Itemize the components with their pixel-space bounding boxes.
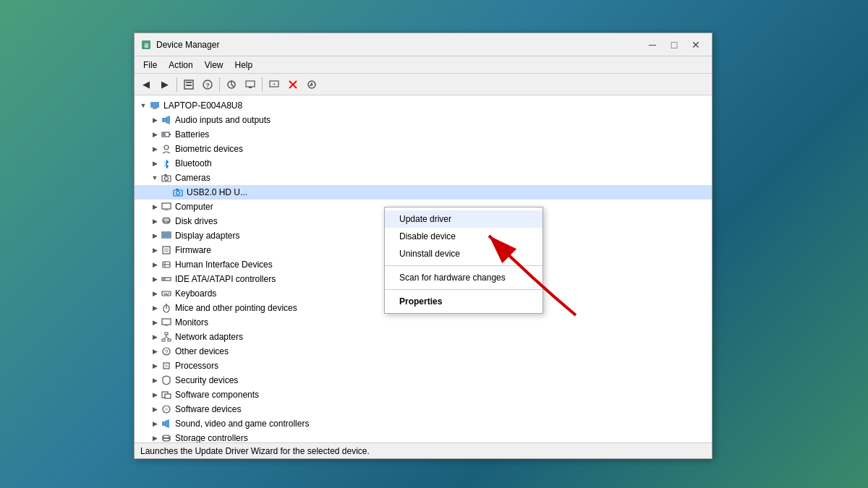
svg-point-68 bbox=[165, 408, 168, 411]
window-title: Device Manager bbox=[156, 40, 642, 50]
svg-text:?: ? bbox=[164, 348, 168, 356]
remove-button[interactable] bbox=[284, 76, 302, 93]
help-button[interactable]: ? bbox=[199, 76, 216, 93]
update-button[interactable] bbox=[303, 76, 320, 93]
expand-arrow-mice: ▶ bbox=[149, 302, 161, 314]
svg-marker-70 bbox=[165, 419, 169, 428]
sound-icon bbox=[161, 418, 172, 429]
expand-arrow-batteries: ▶ bbox=[149, 129, 161, 140]
expand-arrow-sw-components: ▶ bbox=[149, 389, 161, 401]
tree-item-monitors[interactable]: ▶ Monitors bbox=[135, 315, 712, 330]
tree-item-sw-devices[interactable]: ▶ Software devices bbox=[135, 402, 712, 416]
monitors-icon bbox=[161, 317, 172, 328]
toolbar-separator-1 bbox=[176, 77, 177, 92]
minimize-button[interactable]: ─ bbox=[642, 35, 663, 55]
usb-camera-label: USB2.0 HD U... bbox=[187, 187, 247, 197]
svg-rect-22 bbox=[163, 133, 166, 136]
expand-arrow-firmware: ▶ bbox=[149, 244, 161, 256]
expand-arrow-other: ▶ bbox=[149, 346, 161, 357]
expand-arrow-cameras: ▼ bbox=[149, 172, 161, 184]
hid-label: Human Interface Devices bbox=[175, 260, 273, 270]
svg-rect-45 bbox=[163, 293, 165, 294]
svg-rect-56 bbox=[162, 339, 165, 341]
svg-rect-16 bbox=[150, 102, 159, 108]
tree-item-cameras[interactable]: ▼ Cameras bbox=[135, 171, 712, 185]
ide-icon bbox=[161, 273, 172, 285]
close-button[interactable]: ✕ bbox=[686, 35, 706, 55]
tree-item-batteries[interactable]: ▶ Batteries bbox=[135, 127, 712, 142]
properties-button[interactable] bbox=[180, 76, 197, 93]
firmware-label: Firmware bbox=[175, 245, 211, 255]
menu-file[interactable]: File bbox=[137, 59, 163, 72]
svg-point-51 bbox=[166, 304, 167, 305]
storage-icon bbox=[161, 432, 172, 442]
expand-arrow-bluetooth: ▶ bbox=[149, 158, 161, 169]
status-text: Launches the Update Driver Wizard for th… bbox=[140, 446, 370, 456]
tree-item-root[interactable]: ▼ LAPTOP-E004A8U8 bbox=[135, 98, 712, 113]
batteries-label: Batteries bbox=[175, 129, 209, 140]
back-button[interactable]: ◀ bbox=[137, 76, 155, 93]
expand-arrow-sound: ▶ bbox=[149, 418, 161, 429]
context-menu-scan[interactable]: Scan for hardware changes bbox=[385, 269, 542, 286]
bluetooth-label: Bluetooth bbox=[175, 158, 212, 168]
root-label: LAPTOP-E004A8U8 bbox=[163, 100, 242, 111]
scan-button[interactable] bbox=[223, 76, 240, 93]
svg-point-25 bbox=[165, 177, 169, 181]
tree-item-bluetooth[interactable]: ▶ Bluetooth bbox=[135, 156, 712, 171]
tree-item-processors[interactable]: ▶ Processors bbox=[135, 359, 712, 373]
menu-action[interactable]: Action bbox=[163, 59, 198, 72]
display-label: Display adapters bbox=[175, 231, 239, 241]
context-menu-update[interactable]: Update driver bbox=[385, 210, 542, 228]
maximize-button[interactable]: □ bbox=[664, 35, 684, 55]
tree-item-other[interactable]: ▶ ? Other devices bbox=[135, 344, 712, 359]
svg-rect-47 bbox=[168, 293, 169, 294]
menu-view[interactable]: View bbox=[199, 59, 229, 72]
svg-point-74 bbox=[163, 438, 170, 441]
svg-rect-57 bbox=[168, 339, 171, 341]
tree-item-sound[interactable]: ▶ Sound, video and game controllers bbox=[135, 416, 712, 431]
expand-arrow-processors: ▶ bbox=[149, 360, 161, 372]
expand-arrow-sw-devices: ▶ bbox=[149, 403, 161, 415]
svg-rect-54 bbox=[165, 325, 168, 326]
tree-item-biometric[interactable]: ▶ Biometric devices bbox=[135, 142, 712, 156]
usb-camera-icon bbox=[172, 187, 184, 198]
expand-arrow-computer: ▶ bbox=[149, 201, 161, 213]
svg-rect-9 bbox=[249, 87, 252, 88]
context-menu-properties[interactable]: Properties bbox=[385, 293, 542, 310]
processors-label: Processors bbox=[175, 361, 218, 371]
hid-icon bbox=[161, 259, 172, 270]
tree-item-network[interactable]: ▶ Network adapters bbox=[135, 330, 712, 344]
svg-rect-66 bbox=[165, 394, 171, 398]
storage-label: Storage controllers bbox=[175, 433, 248, 442]
computer-icon2 bbox=[161, 201, 172, 213]
keyboard-icon bbox=[161, 288, 172, 299]
display-button[interactable] bbox=[242, 76, 259, 93]
tree-item-sw-components[interactable]: ▶ Software components bbox=[135, 388, 712, 402]
tree-item-usb-camera[interactable]: USB2.0 HD U... bbox=[135, 185, 712, 200]
sw-components-icon bbox=[161, 389, 172, 401]
context-menu: Update driver Disable device Uninstall d… bbox=[384, 207, 543, 314]
forward-button[interactable]: ▶ bbox=[156, 76, 174, 93]
tree-item-audio[interactable]: ▶ Audio inputs and outputs bbox=[135, 113, 712, 127]
sound-label: Sound, video and game controllers bbox=[175, 419, 309, 429]
svg-text:+: + bbox=[273, 81, 276, 87]
svg-rect-18 bbox=[162, 118, 166, 122]
svg-rect-69 bbox=[162, 421, 165, 426]
context-menu-disable[interactable]: Disable device bbox=[385, 228, 542, 245]
sw-devices-icon bbox=[161, 403, 172, 415]
network-label: Network adapters bbox=[175, 332, 243, 342]
toolbar-separator-3 bbox=[262, 77, 263, 92]
expand-arrow-network: ▶ bbox=[149, 331, 161, 343]
svg-rect-64 bbox=[165, 364, 168, 367]
tree-item-security[interactable]: ▶ Security devices bbox=[135, 373, 712, 388]
expand-arrow-disk: ▶ bbox=[149, 215, 161, 227]
context-menu-uninstall[interactable]: Uninstall device bbox=[385, 245, 542, 262]
add-button[interactable]: + bbox=[265, 76, 283, 93]
toolbar: ◀ ▶ ? + bbox=[135, 74, 712, 95]
security-icon bbox=[161, 374, 172, 386]
tree-item-storage[interactable]: ▶ Storage controllers bbox=[135, 431, 712, 442]
context-menu-sep2 bbox=[385, 289, 542, 290]
sw-devices-label: Software devices bbox=[175, 404, 241, 414]
biometric-icon bbox=[161, 143, 172, 155]
menu-help[interactable]: Help bbox=[229, 59, 259, 72]
